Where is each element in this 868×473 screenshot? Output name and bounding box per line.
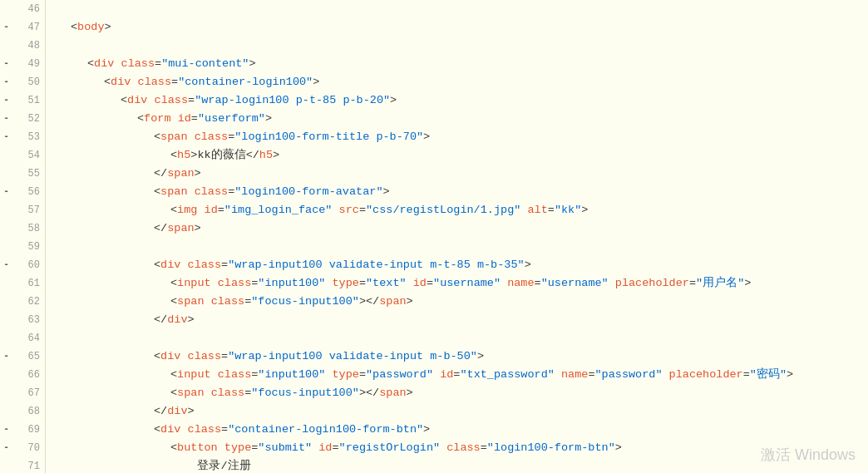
line-number: 67 xyxy=(0,384,45,402)
line-number: 54 xyxy=(0,146,45,165)
bracket-token: </ xyxy=(154,219,167,238)
bracket-token: ></ xyxy=(359,293,379,311)
attr-name-token: id xyxy=(440,366,453,384)
code-area: 4647484950515253545556575859606162636465… xyxy=(0,0,868,473)
line-number: 65 xyxy=(0,347,45,366)
bracket-token: > xyxy=(195,219,201,238)
line-number: 55 xyxy=(0,165,45,183)
plain-token: = xyxy=(244,293,251,311)
tag-token: input xyxy=(177,274,211,293)
code-line: <img id="img_login_face" src="css/regist… xyxy=(54,201,868,219)
plain-token xyxy=(205,293,211,311)
attr-value-token: "login100-form-title p-b-70" xyxy=(234,128,423,146)
plain-token: = xyxy=(481,439,487,457)
attr-name-token: class xyxy=(218,366,252,384)
code-line: 登录/注册 xyxy=(54,457,868,473)
attr-name-token: placeholder xyxy=(669,366,743,384)
bracket-token: > xyxy=(407,293,413,311)
attr-name-token: class xyxy=(188,256,222,274)
attr-value-token: "focus-input100" xyxy=(251,293,359,311)
code-line xyxy=(54,0,868,18)
line-number: 46 xyxy=(0,0,45,18)
attr-name-token: class xyxy=(446,439,481,457)
plain-token xyxy=(188,128,195,146)
bracket-token: > xyxy=(195,165,201,183)
plain-token: = xyxy=(251,274,258,293)
bracket-token: > xyxy=(390,91,397,110)
attr-value-token: "txt_password" xyxy=(460,366,554,384)
plain-token xyxy=(440,439,446,457)
tag-token: div xyxy=(160,347,180,366)
line-number: 71 xyxy=(0,457,45,473)
attr-value-token: "username" xyxy=(433,274,501,293)
bracket-token: > xyxy=(477,347,484,366)
attr-name-token: class xyxy=(138,73,172,91)
plain-token: = xyxy=(155,55,161,73)
line-number: 50 xyxy=(0,73,45,91)
attr-name-token: class xyxy=(211,293,245,311)
attr-value-token: "login100-form-avatar" xyxy=(234,183,382,201)
plain-token xyxy=(171,110,178,128)
plain-token xyxy=(188,183,195,201)
plain-token xyxy=(197,201,204,219)
plain-token: = xyxy=(191,110,198,128)
plain-token: = xyxy=(548,201,555,219)
attr-name-token: alt xyxy=(527,201,547,219)
text-token: 登录/注册 xyxy=(170,457,251,473)
bracket-token: < xyxy=(71,18,77,37)
line-number: 68 xyxy=(0,402,45,421)
tag-token: span xyxy=(167,165,194,183)
bracket-token: > xyxy=(744,274,751,293)
line-number: 48 xyxy=(0,37,45,55)
bracket-token: > xyxy=(787,366,793,384)
attr-value-token: "text" xyxy=(366,274,407,293)
line-number: 51 xyxy=(0,91,45,110)
bracket-token: ></ xyxy=(359,384,379,402)
attr-value-token: "用户名" xyxy=(696,274,744,293)
tag-token: div xyxy=(160,256,180,274)
line-number: 58 xyxy=(0,219,45,238)
plain-token: = xyxy=(535,274,541,293)
tag-token: img xyxy=(177,201,197,219)
plain-token: = xyxy=(221,256,228,274)
attr-value-token: "login100-form-btn" xyxy=(487,439,615,457)
line-numbers: 4647484950515253545556575859606162636465… xyxy=(0,0,46,473)
plain-token: = xyxy=(221,347,228,366)
plain-token: = xyxy=(221,421,228,439)
attr-name-token: class xyxy=(218,274,252,293)
bracket-token: < xyxy=(170,366,177,384)
bracket-token: > xyxy=(188,311,195,329)
plain-token xyxy=(114,55,121,73)
code-line: <span class="focus-input100"></span> xyxy=(54,293,868,311)
plain-token xyxy=(332,201,338,219)
code-line: </span> xyxy=(54,165,868,183)
attr-name-token: type xyxy=(224,439,251,457)
bracket-token: < xyxy=(154,128,160,146)
attr-value-token: "mui-content" xyxy=(161,55,249,73)
tag-token: body xyxy=(77,18,104,37)
tag-token: input xyxy=(177,366,211,384)
code-line xyxy=(54,37,868,55)
code-line: <form id="userform"> xyxy=(54,110,868,128)
plain-token: = xyxy=(689,274,696,293)
attr-value-token: "registOrLogin" xyxy=(339,439,441,457)
line-number: 63 xyxy=(0,311,45,329)
plain-token xyxy=(211,274,218,293)
bracket-token: > xyxy=(382,183,389,201)
plain-token: = xyxy=(244,384,251,402)
line-number: 69 xyxy=(0,421,45,439)
bracket-token: > xyxy=(581,201,588,219)
line-number: 56 xyxy=(0,183,45,201)
bracket-token: < xyxy=(170,384,177,402)
attr-value-token: "css/registLogin/1.jpg" xyxy=(366,201,520,219)
code-line xyxy=(54,238,868,256)
bracket-token: > xyxy=(105,18,111,37)
plain-token: = xyxy=(427,274,433,293)
tag-token: div xyxy=(167,402,187,421)
attr-value-token: "密码" xyxy=(750,366,787,384)
attr-value-token: "input100" xyxy=(258,274,325,293)
tag-token: div xyxy=(111,73,131,91)
line-number: 62 xyxy=(0,293,45,311)
attr-name-token: class xyxy=(155,91,189,110)
attr-name-token: class xyxy=(211,384,245,402)
